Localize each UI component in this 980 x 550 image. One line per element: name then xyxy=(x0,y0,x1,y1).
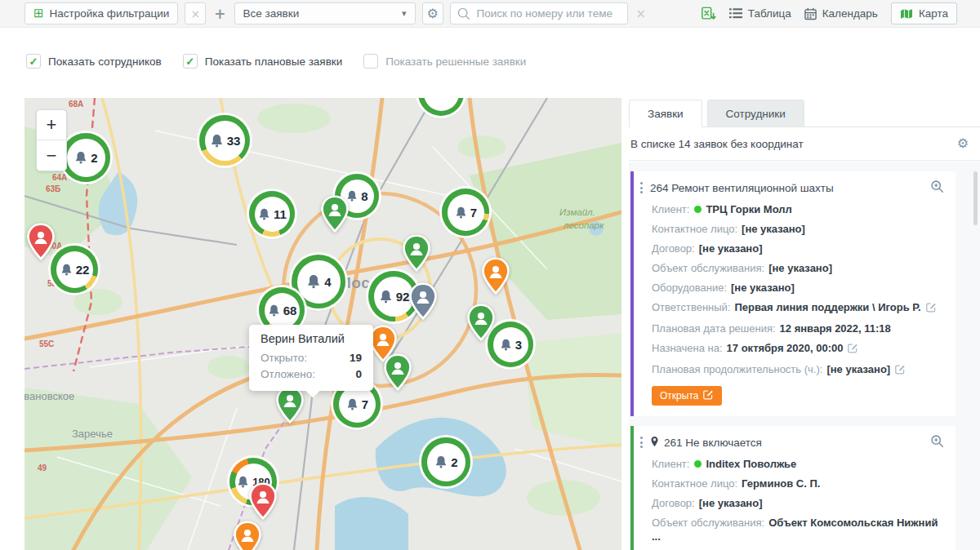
request-field: Оборудование: xyxy=(639,546,946,550)
geo-pin-icon xyxy=(650,436,659,450)
filter-settings-label: Настройка фильтрации xyxy=(50,7,170,20)
employee-pin-marker[interactable] xyxy=(408,282,438,323)
request-title[interactable]: 264 Ремонт вентиляционной шахты xyxy=(650,182,924,194)
request-field: Ответственный:Первая линия поддержки \ И… xyxy=(639,297,946,318)
map-cluster-marker[interactable]: 7 xyxy=(442,189,489,236)
employee-pin-marker[interactable] xyxy=(26,223,56,264)
employee-tooltip: Верин Виталий Открыто: 19 Отложено: 0 xyxy=(249,325,373,391)
cluster-count: 3 xyxy=(515,338,522,352)
employee-pin-marker[interactable] xyxy=(320,195,350,236)
drag-handle[interactable] xyxy=(639,180,644,195)
employee-pin-marker[interactable] xyxy=(383,353,412,394)
view-calendar-button[interactable]: Календарь xyxy=(804,7,878,20)
locate-on-map-icon[interactable] xyxy=(930,180,944,196)
field-value: [не указано] xyxy=(768,262,832,274)
field-value: [не указано] xyxy=(826,363,890,375)
view-map-label: Карта xyxy=(919,7,948,20)
calendar-icon xyxy=(804,7,817,20)
request-field: Плановая продолжительность (ч.):[не указ… xyxy=(639,359,946,380)
tab-requests[interactable]: Заявки xyxy=(629,100,702,127)
filter-settings-button[interactable]: ⊞ Настройка фильтрации xyxy=(24,2,178,24)
request-field: Контактное лицо:[не указано] xyxy=(639,219,946,238)
employee-pin-marker[interactable] xyxy=(466,304,496,344)
cluster-count: 7 xyxy=(470,206,477,220)
employee-name: Верин Виталий xyxy=(261,332,362,345)
field-value: Герминов С. П. xyxy=(742,477,820,490)
status-badge[interactable]: Открыта xyxy=(652,386,722,406)
requests-panel: ЗаявкиСотрудники В списке 14 заявок без … xyxy=(629,98,980,550)
edit-icon[interactable] xyxy=(848,343,858,357)
map-cluster-marker[interactable]: 33 xyxy=(199,115,250,166)
list-scrollbar[interactable] xyxy=(973,171,978,225)
employee-pin-marker[interactable] xyxy=(481,257,510,298)
map-tiles xyxy=(24,98,621,550)
request-field: Объект обслуживания:Объект Комсомольская… xyxy=(639,512,946,546)
add-filter-button[interactable]: + xyxy=(212,6,227,22)
field-label: Назначена на: xyxy=(652,342,723,354)
tooltip-row: Открыто: 19 xyxy=(261,350,362,366)
request-title[interactable]: 261 Не включается xyxy=(650,436,924,450)
panel-tabs: ЗаявкиСотрудники xyxy=(629,98,980,127)
field-value: [не указано] xyxy=(699,242,763,255)
map-cluster-marker[interactable]: 2 xyxy=(421,437,470,486)
checkbox-label: Показать решенные заявки xyxy=(385,55,526,68)
checkbox-box[interactable] xyxy=(363,54,378,69)
status-label: Открыта xyxy=(660,390,698,401)
field-value: [не указано] xyxy=(699,497,763,509)
drag-handle[interactable] xyxy=(639,435,644,450)
filter-select-value: Все заявки xyxy=(243,7,300,20)
map-cluster-marker[interactable]: 22 xyxy=(51,246,98,293)
panel-body: В списке 14 заявок без координат ⚙ 264 Р… xyxy=(629,126,980,550)
filter-gear-button[interactable]: ⚙ xyxy=(422,2,443,24)
edit-icon[interactable] xyxy=(703,389,714,402)
panel-gear-icon[interactable]: ⚙ xyxy=(957,137,969,150)
view-table-button[interactable]: Таблица xyxy=(729,7,791,20)
field-value: 17 октября 2020, 00:00 xyxy=(727,342,844,354)
clear-filter-button[interactable]: × xyxy=(185,2,206,24)
field-label: Оборудование: xyxy=(652,282,727,294)
cluster-count: 2 xyxy=(451,455,457,469)
request-field: Оборудование:[не указано] xyxy=(639,277,946,297)
filter-select[interactable]: Все заявки ▾ xyxy=(234,2,416,24)
show-filter-checkbox[interactable]: Показать решенные заявки xyxy=(363,54,526,69)
employee-pin-marker[interactable] xyxy=(233,521,262,550)
cluster-count: 92 xyxy=(396,290,410,304)
view-switcher: Таблица Календарь Карта xyxy=(701,2,957,24)
employee-pin-marker[interactable] xyxy=(402,234,431,275)
request-field: Клиент:Inditex Поволжье xyxy=(639,454,946,473)
close-icon: × xyxy=(191,7,200,20)
field-label: Объект обслуживания: xyxy=(652,517,764,529)
clear-search-icon[interactable]: × xyxy=(635,7,648,21)
map-cluster-marker[interactable]: 11 xyxy=(249,191,295,237)
map-icon xyxy=(900,8,913,20)
view-calendar-label: Календарь xyxy=(822,7,878,20)
map-canvas[interactable]: МосИзмайл.лесопаркЗаречьеивановское68А64… xyxy=(24,98,621,550)
field-label: Контактное лицо: xyxy=(652,477,737,490)
field-label: Клиент: xyxy=(652,203,689,215)
show-filter-checkbox[interactable]: ✓Показать сотрудников xyxy=(26,54,162,69)
field-value: [не указано] xyxy=(731,282,795,294)
view-map-button[interactable]: Карта xyxy=(891,2,957,24)
field-label: Объект обслуживания: xyxy=(652,262,764,274)
cluster-count: 4 xyxy=(324,275,331,289)
cluster-count: 68 xyxy=(283,304,297,317)
client-status-dot xyxy=(694,460,702,468)
locate-on-map-icon[interactable] xyxy=(930,434,944,450)
employee-pin-marker[interactable] xyxy=(275,386,305,427)
map-cluster-marker[interactable]: 2 xyxy=(61,133,110,182)
export-excel-button[interactable] xyxy=(701,7,716,21)
show-filter-checkbox[interactable]: ✓Показать плановые заявки xyxy=(183,54,343,69)
zoom-out-button[interactable]: − xyxy=(37,140,66,171)
zoom-in-button[interactable]: + xyxy=(37,110,66,140)
cluster-count: 2 xyxy=(91,151,97,165)
field-value: [не указано] xyxy=(742,223,805,235)
checkbox-box[interactable]: ✓ xyxy=(26,54,41,69)
employee-pin-marker[interactable] xyxy=(248,482,278,523)
field-value: Inditex Поволжье xyxy=(706,458,796,470)
edit-icon[interactable] xyxy=(895,364,906,378)
tab-employees[interactable]: Сотрудники xyxy=(707,100,804,127)
edit-icon[interactable] xyxy=(926,302,937,316)
field-label: Договор: xyxy=(652,497,695,509)
search-input[interactable] xyxy=(450,2,628,24)
checkbox-box[interactable]: ✓ xyxy=(183,54,198,69)
